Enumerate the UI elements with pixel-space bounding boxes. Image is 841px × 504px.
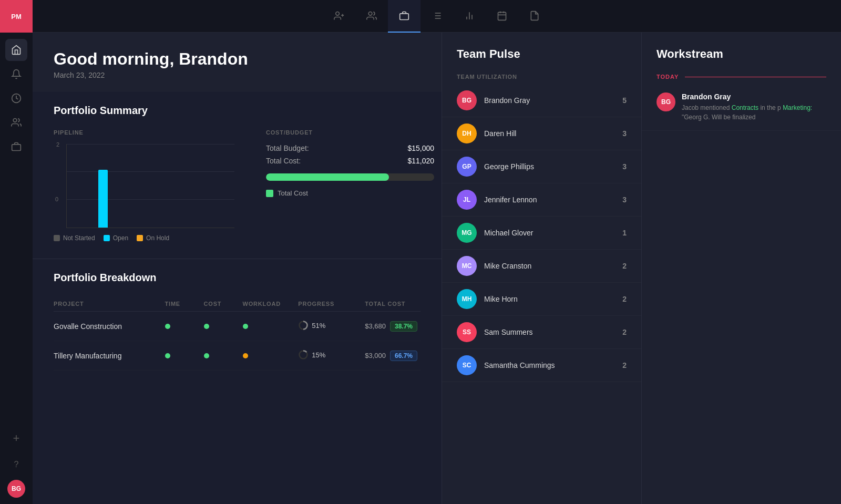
sidebar: PM + ? BG	[0, 0, 33, 504]
col-total-cost: TOTAL COST	[365, 301, 420, 307]
member-avatar-mc: MC	[457, 256, 477, 276]
team-member-daren-hill[interactable]: DH Daren Hill 3	[442, 117, 641, 150]
member-avatar-jl: JL	[457, 190, 477, 210]
app-logo[interactable]: PM	[0, 0, 33, 33]
team-pulse-panel: Team Pulse TEAM UTILIZATION BG Brandon G…	[442, 33, 641, 504]
member-avatar-bg: BG	[457, 90, 477, 110]
sidebar-item-help[interactable]: ?	[5, 454, 27, 476]
member-name-mc: Mike Cranston	[484, 262, 615, 270]
total-budget-label: Total Budget:	[266, 144, 309, 152]
member-name-mg: Michael Glover	[484, 229, 615, 237]
today-line	[685, 77, 826, 77]
sidebar-item-projects[interactable]	[5, 136, 27, 158]
col-project: PROJECT	[54, 301, 165, 307]
legend-not-started-label: Not Started	[63, 234, 95, 242]
ws-link-contracts[interactable]: Contracts	[732, 104, 758, 111]
svg-point-3	[336, 12, 340, 15]
team-utilization-label: TEAM UTILIZATION	[442, 69, 641, 84]
team-member-sam-summers[interactable]: SS Sam Summers 2	[442, 316, 641, 349]
member-count-dh: 3	[622, 129, 627, 138]
main-wrapper: Good morning, Brandon March 23, 2022 Por…	[33, 0, 841, 504]
ws-avatar: BG	[657, 92, 675, 111]
pipeline-section: PIPELINE 2 0	[54, 129, 234, 242]
sidebar-bottom: + ? BG	[5, 421, 27, 504]
ws-link-marketing[interactable]: Marketing:	[783, 104, 812, 111]
member-name-gp: George Phillips	[484, 162, 615, 171]
legend-open: Open	[104, 234, 128, 242]
topbar-users-add[interactable]	[323, 0, 355, 33]
topbar-document[interactable]	[518, 0, 551, 33]
cost-progress-bar	[266, 173, 434, 181]
team-member-samantha-cummings[interactable]: SC Samantha Cummings 2	[442, 349, 641, 382]
total-cost-2: $3,000 66.7%	[365, 351, 420, 361]
progress-2: 15%	[298, 349, 365, 362]
team-member-michael-glover[interactable]: MG Michael Glover 1	[442, 217, 641, 250]
progress-1: 51%	[298, 320, 365, 332]
main-panel: Good morning, Brandon March 23, 2022 Por…	[33, 33, 442, 504]
table-row[interactable]: Govalle Construction 51%	[54, 312, 420, 341]
portfolio-breakdown-title: Portfolio Breakdown	[54, 272, 420, 284]
sidebar-item-people[interactable]	[5, 111, 27, 133]
breakdown-table: PROJECT TIME COST WORKLOAD PROGRESS TOTA…	[54, 296, 420, 371]
sidebar-item-add[interactable]: +	[5, 427, 27, 449]
ws-text: Jacob mentioned Contracts in the p Marke…	[682, 103, 826, 122]
member-name-ss: Sam Summers	[484, 328, 615, 336]
member-count-mg: 1	[622, 229, 627, 237]
cost-budget-section: COST/BUDGET Total Budget: $15,000 Total …	[266, 129, 434, 197]
badge-1: 38.7%	[390, 321, 417, 332]
member-count-sc: 2	[622, 361, 627, 369]
topbar-calendar[interactable]	[486, 0, 518, 33]
content-area: Good morning, Brandon March 23, 2022 Por…	[33, 33, 841, 504]
member-count-bg: 5	[622, 96, 627, 105]
topbar-chart[interactable]	[453, 0, 486, 33]
member-count-gp: 3	[622, 162, 627, 171]
sidebar-item-home[interactable]	[5, 39, 27, 61]
workload-indicator-1	[243, 322, 299, 331]
member-avatar-sc: SC	[457, 355, 477, 375]
member-name-bg: Brandon Gray	[484, 96, 615, 105]
team-member-mike-cranston[interactable]: MC Mike Cranston 2	[442, 250, 641, 283]
legend-on-hold: On Hold	[137, 234, 169, 242]
time-indicator-1	[165, 322, 204, 331]
total-cost-row: Total Cost: $11,020	[266, 157, 434, 165]
legend-open-dot	[104, 235, 110, 241]
portfolio-summary-section: Portfolio Summary PIPELINE 2	[33, 92, 442, 254]
badge-2: 66.7%	[390, 351, 417, 361]
svg-rect-17	[498, 12, 506, 20]
svg-point-6	[368, 12, 372, 15]
legend-open-label: Open	[113, 234, 128, 242]
project-name-2: Tillery Manufacturing	[54, 352, 165, 360]
portfolio-summary-grid: PIPELINE 2 0	[54, 129, 420, 242]
sidebar-item-history[interactable]	[5, 87, 27, 109]
greeting-section: Good morning, Brandon March 23, 2022	[33, 33, 442, 92]
member-name-sc: Samantha Cummings	[484, 361, 615, 369]
portfolio-summary-title: Portfolio Summary	[54, 105, 420, 117]
team-member-jennifer-lennon[interactable]: JL Jennifer Lennon 3	[442, 183, 641, 217]
topbar-portfolio[interactable]	[388, 0, 420, 33]
svg-rect-2	[12, 145, 21, 151]
user-avatar[interactable]: BG	[7, 480, 25, 498]
sidebar-item-alerts[interactable]	[5, 63, 27, 85]
topbar-team[interactable]	[355, 0, 388, 33]
svg-rect-7	[400, 13, 409, 19]
team-member-brandon-gray[interactable]: BG Brandon Gray 5	[442, 84, 641, 117]
topbar	[33, 0, 841, 33]
pipeline-chart: 2 0	[66, 144, 234, 228]
svg-point-1	[13, 119, 17, 122]
topbar-list[interactable]	[420, 0, 453, 33]
cost-indicator-1	[204, 322, 243, 331]
team-member-mike-horn[interactable]: MH Mike Horn 2	[442, 283, 641, 316]
legend-on-hold-label: On Hold	[146, 234, 169, 242]
total-budget-value: $15,000	[407, 144, 434, 152]
member-name-jl: Jennifer Lennon	[484, 196, 615, 204]
total-cost-label: Total Cost:	[266, 157, 301, 165]
member-name-mh: Mike Horn	[484, 295, 615, 303]
team-member-george-phillips[interactable]: GP George Phillips 3	[442, 150, 641, 183]
portfolio-breakdown-section: Portfolio Breakdown PROJECT TIME COST WO…	[33, 272, 442, 392]
today-label: TODAY	[642, 69, 841, 84]
member-count-jl: 3	[622, 196, 627, 204]
bar-open	[98, 170, 108, 228]
member-avatar-ss: SS	[457, 322, 477, 342]
col-workload: WORKLOAD	[243, 301, 299, 307]
table-row[interactable]: Tillery Manufacturing 15%	[54, 341, 420, 371]
